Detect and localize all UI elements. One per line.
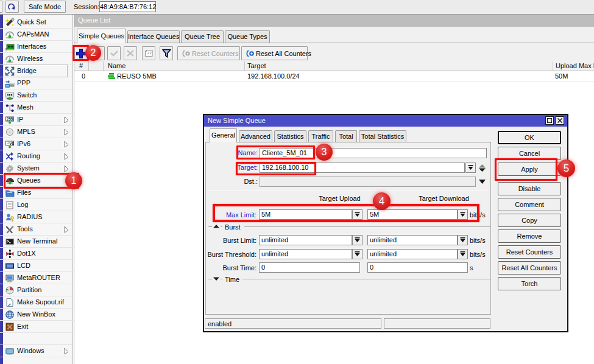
- svg-text:255: 255: [7, 117, 13, 121]
- svg-text:v6: v6: [10, 141, 15, 145]
